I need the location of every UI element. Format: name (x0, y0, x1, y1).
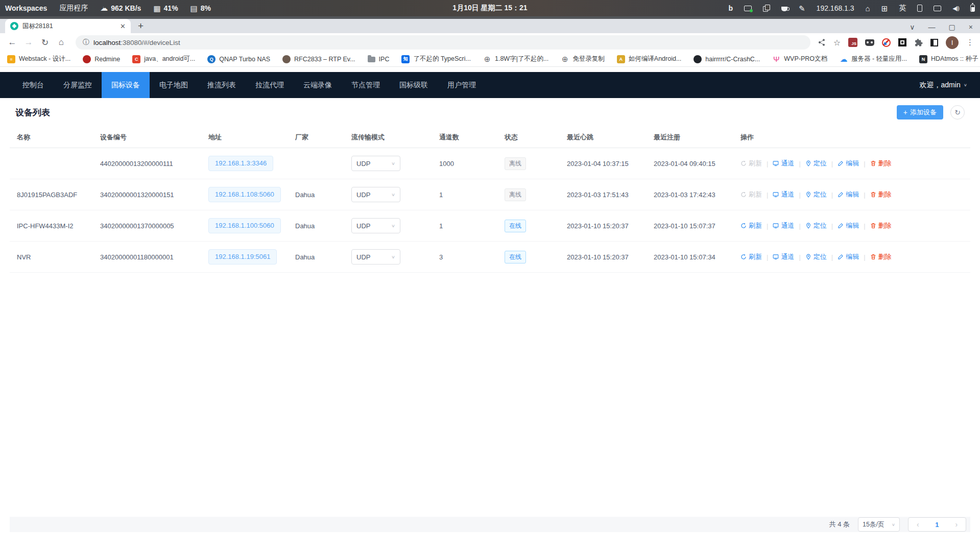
nav-menu-item[interactable]: 控制台 (13, 72, 54, 98)
applications-button[interactable]: 应用程序 (59, 4, 88, 13)
nav-menu-item[interactable]: 国标设备 (102, 72, 150, 98)
js-extension-icon[interactable]: JS (848, 38, 857, 47)
next-page-button[interactable]: › (955, 520, 958, 529)
cell-operations: 刷新 | 通道 | 定位 | 编辑 | 删除 (740, 252, 970, 261)
nav-menu-item[interactable]: 用户管理 (438, 72, 486, 98)
col-name: 名称 (17, 133, 100, 142)
bookmark-item[interactable]: IPC (368, 56, 390, 63)
stream-mode-select[interactable]: UDP ∨ (351, 249, 400, 265)
stream-mode-select[interactable]: UDP ∨ (351, 218, 400, 233)
browser-home-icon[interactable]: ⌂ (54, 37, 68, 47)
workspaces-button[interactable]: Workspaces (5, 4, 47, 12)
delete-action[interactable]: 删除 (870, 252, 892, 261)
nav-menu-item[interactable]: 分屏监控 (54, 72, 102, 98)
bookmark-item[interactable]: 知 了不起的 TypeScri... (401, 55, 471, 63)
site-info-icon[interactable]: ⓘ (83, 38, 89, 47)
delete-action[interactable]: 删除 (870, 159, 892, 168)
page-title: 设备列表 (15, 107, 50, 118)
ip-address-indicator[interactable]: 192.168.1.3 (817, 4, 854, 12)
reload-icon[interactable]: ↻ (38, 37, 52, 48)
channel-action[interactable]: 通道 (773, 190, 794, 199)
bookmark-item[interactable]: A 如何编译Android... (617, 55, 682, 63)
extension-square-icon[interactable] (898, 38, 906, 46)
stream-mode-select[interactable]: UDP ∨ (351, 187, 400, 202)
tab-search-icon[interactable]: ∨ (910, 23, 915, 31)
pen-tray-icon[interactable]: ✎ (799, 5, 805, 12)
new-tab-button[interactable]: + (138, 20, 144, 32)
address-bar[interactable]: ⓘ localhost:38080/#/deviceList (76, 35, 810, 50)
windows-tray-icon[interactable]: ⊞ (881, 5, 888, 12)
add-device-button[interactable]: + 添加设备 (897, 105, 943, 119)
bookmark-item[interactable]: Redmine (83, 55, 120, 63)
bookmark-item[interactable]: ☁ 服务器 - 轻量应用... (840, 55, 907, 63)
edit-action[interactable]: 编辑 (838, 221, 859, 230)
screenshot-tray-icon[interactable] (744, 6, 752, 11)
device-tray-icon[interactable] (917, 5, 922, 12)
locate-action[interactable]: 定位 (805, 221, 827, 230)
minimize-icon[interactable]: — (928, 23, 936, 31)
volume-icon[interactable]: ◀)) (952, 5, 959, 12)
bookmark-item[interactable]: RFC2833 – RTP Ev... (282, 55, 355, 63)
close-icon[interactable]: × (969, 23, 973, 31)
browser-menu-icon[interactable]: ⋮ (966, 38, 974, 47)
refresh-list-button[interactable]: ↻ (950, 105, 965, 119)
back-icon[interactable]: ← (5, 37, 19, 47)
nav-menu-item[interactable]: 国标级联 (390, 72, 438, 98)
bookmark-item[interactable]: Q QNAP Turbo NAS (207, 55, 270, 63)
bookmark-item[interactable]: C java、android可... (132, 55, 195, 63)
page-size-select[interactable]: 15条/页 ∨ (858, 517, 900, 532)
browser-toolbar: ← → ↻ ⌂ ⓘ localhost:38080/#/deviceList ☆… (0, 33, 980, 52)
share-icon[interactable] (818, 38, 826, 46)
address-tag: 192.168.1.108:5060 (208, 187, 281, 202)
locate-action[interactable]: 定位 (805, 252, 827, 261)
extensions-puzzle-icon[interactable] (914, 38, 923, 47)
nav-menu-item[interactable]: 拉流代理 (246, 72, 294, 98)
prev-page-button[interactable]: ‹ (917, 520, 919, 529)
delete-action[interactable]: 删除 (870, 221, 892, 230)
user-menu[interactable]: 欢迎，admin ∨ (920, 81, 967, 90)
caffeine-tray-icon[interactable] (781, 7, 787, 11)
refresh-action[interactable]: 刷新 (740, 190, 762, 199)
bookmark-item[interactable]: ⊕ 免登录复制 (561, 55, 605, 63)
bookmark-item[interactable]: ⊕ 1.8W字|了不起的... (483, 55, 548, 63)
adblock-extension-icon[interactable] (882, 38, 891, 47)
refresh-action[interactable]: 刷新 (740, 159, 762, 168)
forward-icon[interactable]: → (21, 37, 36, 47)
current-page[interactable]: 1 (935, 521, 939, 529)
bookmark-star-icon[interactable]: ☆ (833, 38, 841, 47)
browser-tab[interactable]: 国标28181 ✕ (5, 19, 131, 33)
nav-menu-item[interactable]: 云端录像 (294, 72, 342, 98)
edit-action[interactable]: 编辑 (838, 190, 859, 199)
tab-close-icon[interactable]: ✕ (120, 22, 126, 30)
edit-action[interactable]: 编辑 (838, 252, 859, 261)
darkreader-extension-icon[interactable] (865, 39, 874, 46)
delete-action[interactable]: 删除 (870, 190, 892, 199)
refresh-action[interactable]: 刷新 (740, 221, 762, 230)
channel-action[interactable]: 通道 (773, 159, 794, 168)
stream-mode-select[interactable]: UDP ∨ (351, 156, 400, 171)
bookmark-item[interactable]: Ψ WVP-PRO文档 (772, 55, 827, 63)
nav-menu-item[interactable]: 电子地图 (150, 72, 198, 98)
browser-avatar[interactable]: I (946, 36, 959, 49)
clipboard-tray-icon[interactable] (763, 5, 770, 12)
bing-tray-icon[interactable]: b (728, 4, 733, 12)
cell-name: 8J01915PAGB3ADF (17, 191, 100, 199)
bookmark-item[interactable]: hairrrrr/C-CrashC... (694, 55, 760, 63)
bookmark-item[interactable]: ≡ Webstack - 设计... (7, 55, 70, 63)
input-method-indicator[interactable]: 英 (899, 4, 906, 13)
reader-mode-icon[interactable] (930, 39, 938, 46)
locate-action[interactable]: 定位 (805, 190, 827, 199)
bookmark-favicon (282, 55, 291, 63)
cell-device-id: 34020000001320000151 (100, 191, 208, 199)
locate-action[interactable]: 定位 (805, 159, 827, 168)
channel-action[interactable]: 通道 (773, 221, 794, 230)
bookmark-item[interactable]: N HDAtmos :: 种子 *... (919, 55, 980, 63)
channel-action[interactable]: 通道 (773, 252, 794, 261)
display-tray-icon[interactable] (934, 6, 941, 11)
restore-icon[interactable]: ▢ (949, 23, 955, 31)
nav-menu-item[interactable]: 节点管理 (342, 72, 390, 98)
nav-menu-item[interactable]: 推流列表 (198, 72, 246, 98)
refresh-action[interactable]: 刷新 (740, 252, 762, 261)
home-tray-icon[interactable]: ⌂ (866, 5, 870, 12)
edit-action[interactable]: 编辑 (838, 159, 859, 168)
